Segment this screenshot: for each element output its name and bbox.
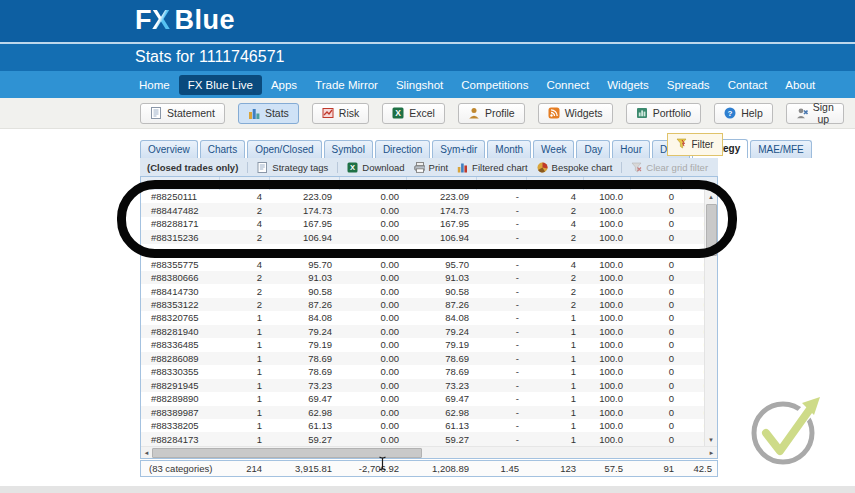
horizontal-scroll-thumb[interactable] (152, 448, 422, 458)
signup-button[interactable]: Sign up (786, 103, 844, 124)
excel-icon: X (392, 107, 404, 119)
table-row[interactable]: #88338205161.130.0061.13-1100.000. (141, 419, 717, 432)
nav-item-about[interactable]: About (776, 75, 824, 95)
value-cell: - (476, 393, 526, 404)
nav-item-apps[interactable]: Apps (262, 75, 306, 95)
nav-item-connect[interactable]: Connect (537, 75, 598, 95)
stats-content: OverviewChartsOpen/ClosedSymbolDirection… (140, 136, 718, 477)
toolbar-button-portfolio[interactable]: Portfolio (626, 103, 702, 124)
toolbar-button-excel[interactable]: XExcel (382, 103, 445, 124)
button-label: Sign up (813, 101, 834, 125)
value-cell: 100.0 (583, 299, 630, 310)
value-cell: - (476, 407, 526, 418)
gridbar-button-print[interactable]: Print (414, 162, 449, 173)
button-label: Portfolio (653, 107, 692, 119)
value-cell: 0.00 (339, 272, 406, 283)
table-row[interactable]: #883152362106.940.00106.94-2100.000. (141, 230, 717, 243)
table-row[interactable]: #88289890169.470.0069.47-1100.000. (141, 392, 717, 405)
scroll-right-arrow[interactable]: ► (706, 447, 717, 458)
button-label: Filtered chart (472, 162, 527, 173)
table-row[interactable]: #88336485179.190.0079.19-1100.000. (141, 338, 717, 351)
stats-tabs: OverviewChartsOpen/ClosedSymbolDirection… (140, 136, 718, 158)
fxblue-logo[interactable]: FXBlue (135, 5, 235, 36)
value-cell: - (476, 380, 526, 391)
table-row[interactable]: #88286089178.690.0078.69-1100.000 (141, 352, 717, 365)
button-label: Widgets (565, 107, 603, 119)
value-cell: 223.09 (269, 191, 339, 202)
tab-sym-dir[interactable]: Sym+dir (432, 140, 485, 158)
tab-symbol[interactable]: Symbol (324, 140, 373, 158)
scroll-left-arrow[interactable]: ◄ (141, 447, 152, 458)
grid-column-header[interactable] (141, 177, 717, 190)
toolbar-button-statement[interactable]: Statement (140, 103, 225, 124)
grid-toolbar: (Closed trades only)Strategy tagsXDownlo… (140, 158, 718, 176)
scroll-down-arrow[interactable]: ▼ (705, 433, 717, 446)
gridbar-button-download[interactable]: XDownload (347, 162, 404, 173)
table-row[interactable]: #88320765184.080.0084.08-1100.000. (141, 311, 717, 324)
nav-item-trade-mirror[interactable]: Trade Mirror (306, 75, 387, 95)
vertical-scrollbar[interactable]: ▲ ▼ (704, 190, 717, 446)
button-label: Strategy tags (272, 162, 328, 173)
filter-label: Filter (691, 139, 713, 150)
tab-mae-mfe[interactable]: MAE/MFE (750, 140, 812, 158)
toolbar-button-risk[interactable]: Risk (312, 103, 369, 124)
button-label: Statement (167, 107, 215, 119)
table-row[interactable]: #88284173159.270.0059.27-1100.000. (141, 432, 717, 445)
table-row[interactable]: #88330355178.690.0078.69-1100.000. (141, 365, 717, 378)
gridbar-button-bespoke-chart[interactable]: Bespoke chart (537, 162, 613, 173)
stats-title-bar: Stats for 1111746571 (0, 44, 855, 71)
value-cell: 0 (630, 353, 681, 364)
toolbar-button-widgets[interactable]: Widgets (538, 103, 613, 124)
filter-button[interactable]: Filter (667, 133, 723, 156)
table-row[interactable]: #88355775495.700.0095.70-4100.000. (141, 257, 717, 270)
table-row[interactable]: #882881714167.950.00167.95-4100.000. (141, 217, 717, 230)
vertical-scroll-thumb[interactable] (706, 204, 717, 256)
nav-item-fx-blue-live[interactable]: FX Blue Live (179, 75, 262, 95)
table-row[interactable]: #88291945173.230.0073.23-1100.000. (141, 379, 717, 392)
nav-item-slingshot[interactable]: Slingshot (387, 75, 452, 95)
value-cell: 2 (219, 232, 269, 243)
value-cell: 1 (526, 326, 583, 337)
tab-day[interactable]: Day (576, 140, 610, 158)
tab-week[interactable]: Week (533, 140, 574, 158)
table-row[interactable]: #882501114223.090.00223.09-4100.000 (141, 190, 717, 203)
nav-item-contact[interactable]: Contact (719, 75, 777, 95)
scroll-up-arrow[interactable]: ▲ (705, 190, 717, 203)
tab-charts[interactable]: Charts (200, 140, 245, 158)
tab-overview[interactable]: Overview (140, 140, 198, 158)
toolbar-button-stats[interactable]: Stats (238, 103, 299, 124)
gridbar-button-filtered-chart[interactable]: Filtered chart (457, 162, 527, 173)
tab-direction[interactable]: Direction (375, 140, 430, 158)
toolbar-button-help[interactable]: ?Help (714, 103, 773, 124)
tab-month[interactable]: Month (487, 140, 531, 158)
nav-item-widgets[interactable]: Widgets (598, 75, 658, 95)
toolbar-button-profile[interactable]: Profile (458, 103, 525, 124)
value-cell: 0.00 (339, 420, 406, 431)
svg-text:?: ? (728, 109, 733, 118)
clear-filter-icon (631, 162, 642, 173)
gridbar-button-strategy-tags[interactable]: Strategy tags (257, 162, 328, 173)
tab-hour[interactable]: Hour (612, 140, 650, 158)
widgets-icon (548, 107, 560, 119)
value-cell: 2 (526, 205, 583, 216)
table-row[interactable]: #884474822174.730.00174.73-2100.000. (141, 203, 717, 216)
bespoke-chart-icon (537, 162, 548, 173)
table-row[interactable]: #88281940179.240.0079.24-1100.000. (141, 325, 717, 338)
table-row[interactable]: #88380666291.030.0091.03-2100.000. (141, 271, 717, 284)
table-row[interactable]: #88414730290.580.0090.58-2100.000. (141, 284, 717, 297)
value-cell: 0 (630, 259, 681, 270)
nav-item-competitions[interactable]: Competitions (452, 75, 537, 95)
nav-item-home[interactable]: Home (130, 75, 179, 95)
value-cell: 1 (219, 380, 269, 391)
value-cell: 0.00 (339, 339, 406, 350)
value-cell: 106.94 (269, 232, 339, 243)
value-cell: 59.27 (269, 434, 339, 445)
table-row[interactable]: #88389987162.980.0062.98-1100.000. (141, 406, 717, 419)
print-icon (414, 162, 425, 173)
table-row[interactable]: #88353122287.260.0087.26-2100.000. (141, 298, 717, 311)
horizontal-scrollbar[interactable]: ◄ ► (141, 446, 717, 458)
nav-item-spreads[interactable]: Spreads (658, 75, 719, 95)
risk-icon (322, 107, 334, 119)
summary-value: 1,208.89 (406, 463, 476, 474)
tab-open-closed[interactable]: Open/Closed (247, 140, 321, 158)
